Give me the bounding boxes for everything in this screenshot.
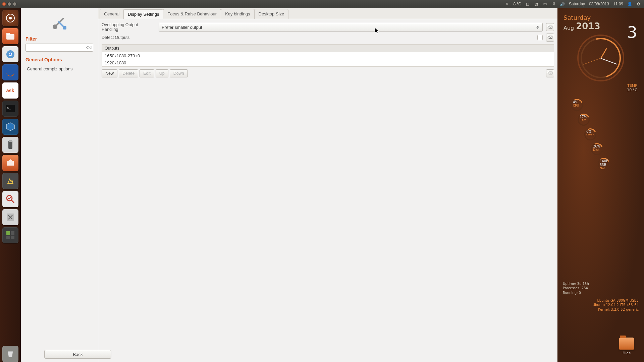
indicator-square-icon[interactable]: ◻ bbox=[525, 2, 530, 6]
launcher-files-icon[interactable] bbox=[2, 28, 18, 44]
launcher-chromium-icon[interactable] bbox=[2, 46, 18, 62]
conky-swap-value: 0% bbox=[586, 130, 592, 133]
network-icon[interactable]: ⇅ bbox=[551, 2, 556, 6]
edit-button[interactable]: Edit bbox=[140, 69, 154, 77]
outputs-column-header[interactable]: Outputs bbox=[102, 44, 554, 52]
launcher-ccsm-icon[interactable] bbox=[2, 173, 18, 189]
conky-cpu-label: CPU bbox=[573, 104, 579, 107]
clock-time[interactable]: 11:09 bbox=[613, 2, 623, 6]
launcher-virtualbox-icon[interactable] bbox=[2, 119, 18, 135]
launcher-trash-icon[interactable] bbox=[2, 346, 18, 362]
tab-general[interactable]: General bbox=[100, 9, 124, 19]
back-button[interactable]: Back bbox=[44, 350, 111, 359]
outputs-list[interactable]: 1650x1080-270+0 644x362 bbox=[102, 52, 554, 67]
window-controls bbox=[0, 2, 19, 6]
conky-ram-label: RAM bbox=[580, 119, 587, 122]
clock-day[interactable]: Saturday bbox=[569, 2, 585, 6]
svg-marker-10 bbox=[6, 123, 14, 131]
conky-processes: Processes: 254 bbox=[563, 286, 589, 291]
overlap-output-value: Prefer smaller output bbox=[162, 25, 202, 30]
chevron-updown-icon bbox=[536, 25, 540, 29]
back-button-label: Back bbox=[73, 352, 83, 357]
conky-year: 2013 bbox=[576, 21, 600, 31]
up-button[interactable]: Up bbox=[156, 69, 168, 77]
sidebar-item-general-compiz[interactable]: General compiz options bbox=[25, 64, 93, 73]
ccsm-window: Filter ⌫ General Options General compiz … bbox=[21, 8, 557, 362]
tab-focus-raise[interactable]: Focus & Raise Behaviour bbox=[163, 9, 221, 19]
volume-icon[interactable]: 🔊 bbox=[560, 2, 565, 6]
filter-input[interactable] bbox=[27, 45, 86, 50]
conky-metrics: 4%CPU 17%RAM 0%Swap 26%Disk 140B33BNet bbox=[557, 99, 644, 171]
svg-text:>_: >_ bbox=[7, 106, 11, 110]
outputs-reset-button[interactable]: ⌫ bbox=[546, 69, 554, 77]
outputs-list-item[interactable]: 1650x1080-270+0 bbox=[102, 52, 554, 59]
window-close-button[interactable] bbox=[2, 2, 6, 6]
overlap-reset-button[interactable]: ⌫ bbox=[546, 23, 554, 31]
ccsm-content: General Display Settings Focus & Raise B… bbox=[98, 8, 557, 362]
conky-hostname: Ubuntu-GA-880GM-USB3 bbox=[593, 298, 639, 303]
conky-month: Aug bbox=[564, 25, 574, 31]
outputs-list-item[interactable]: 644x362 bbox=[102, 59, 554, 66]
svg-rect-11 bbox=[8, 141, 12, 149]
conky-net-up: 33B bbox=[600, 163, 606, 167]
overlap-output-label: Overlapping Output Handling bbox=[102, 22, 155, 32]
tools-icon bbox=[25, 13, 93, 32]
ccsm-sidebar: Filter ⌫ General Options General compiz … bbox=[21, 8, 98, 362]
svg-point-1 bbox=[9, 17, 12, 19]
unity-launcher: ask >_ bbox=[0, 8, 21, 362]
folder-icon bbox=[619, 338, 634, 350]
desktop-files-shortcut[interactable]: Files bbox=[619, 338, 634, 355]
filter-input-wrapper[interactable]: ⌫ bbox=[25, 44, 93, 52]
conky-net-down: 140B bbox=[600, 159, 608, 163]
launcher-askubuntu-icon[interactable]: ask bbox=[2, 82, 18, 99]
detect-outputs-label: Detect Outputs bbox=[102, 35, 534, 40]
conky-running: Running: 0 bbox=[563, 291, 589, 295]
conky-uptime: Uptime: 3d 15h bbox=[563, 282, 589, 286]
conky-day-of-week: Saturday bbox=[564, 14, 638, 21]
launcher-settings-icon[interactable] bbox=[2, 209, 18, 225]
clock-date[interactable]: 03/08/2013 bbox=[589, 2, 609, 6]
svg-rect-20 bbox=[11, 236, 14, 239]
tab-display-settings[interactable]: Display Settings bbox=[123, 9, 163, 19]
launcher-workspace-switcher-icon[interactable] bbox=[2, 227, 18, 243]
svg-rect-18 bbox=[11, 231, 14, 235]
overlap-output-dropdown[interactable]: Prefer smaller output bbox=[159, 23, 543, 32]
svg-point-6 bbox=[9, 53, 11, 55]
window-minimize-button[interactable] bbox=[7, 2, 11, 6]
launcher-usb-creator-icon[interactable] bbox=[2, 137, 18, 153]
svg-rect-12 bbox=[9, 140, 12, 142]
tab-desktop-size[interactable]: Desktop Size bbox=[254, 9, 289, 19]
svg-rect-13 bbox=[7, 161, 14, 166]
window-maximize-button[interactable] bbox=[13, 2, 17, 6]
launcher-software-center-icon[interactable] bbox=[2, 155, 18, 171]
weather-icon[interactable]: ☀ bbox=[504, 2, 509, 6]
new-button[interactable]: New bbox=[102, 69, 117, 77]
vm-indicator-icon[interactable]: ▧ bbox=[534, 2, 539, 6]
svg-rect-21 bbox=[8, 351, 13, 352]
user-icon[interactable]: 👤 bbox=[627, 2, 632, 6]
launcher-firefox-icon[interactable] bbox=[2, 64, 18, 80]
gear-icon[interactable]: ⚙ bbox=[636, 2, 641, 6]
filter-clear-icon[interactable]: ⌫ bbox=[86, 45, 92, 50]
conky-disk-value: 26% bbox=[593, 144, 600, 148]
svg-rect-3 bbox=[6, 33, 10, 35]
launcher-terminal-icon[interactable]: >_ bbox=[2, 101, 18, 117]
tab-key-bindings[interactable]: Key bindings bbox=[221, 9, 254, 19]
conky-os: Ubuntu 12.04.2 LTS x86_64 bbox=[593, 303, 639, 307]
delete-button[interactable]: Delete bbox=[119, 69, 138, 77]
detect-outputs-checkbox[interactable] bbox=[537, 35, 543, 40]
dash-icon[interactable] bbox=[2, 10, 18, 26]
conky-net-label: Net bbox=[600, 167, 608, 170]
down-button[interactable]: Down bbox=[170, 69, 188, 77]
conky-disk-label: Disk bbox=[593, 148, 600, 152]
weather-text[interactable]: 8 °C bbox=[513, 2, 521, 6]
svg-point-14 bbox=[7, 195, 12, 201]
conky-swap-label: Swap bbox=[586, 133, 594, 137]
conky-temp-value: 10 °C bbox=[627, 88, 637, 92]
system-tray: ☀ 8 °C ◻ ▧ ✉ ⇅ 🔊 Saturday 03/08/2013 11:… bbox=[501, 2, 644, 6]
detect-reset-button[interactable]: ⌫ bbox=[546, 34, 554, 42]
tab-bar: General Display Settings Focus & Raise B… bbox=[98, 8, 557, 19]
top-panel: ☀ 8 °C ◻ ▧ ✉ ⇅ 🔊 Saturday 03/08/2013 11:… bbox=[0, 0, 644, 8]
mail-icon[interactable]: ✉ bbox=[543, 2, 547, 6]
launcher-system-testing-icon[interactable] bbox=[2, 191, 18, 207]
